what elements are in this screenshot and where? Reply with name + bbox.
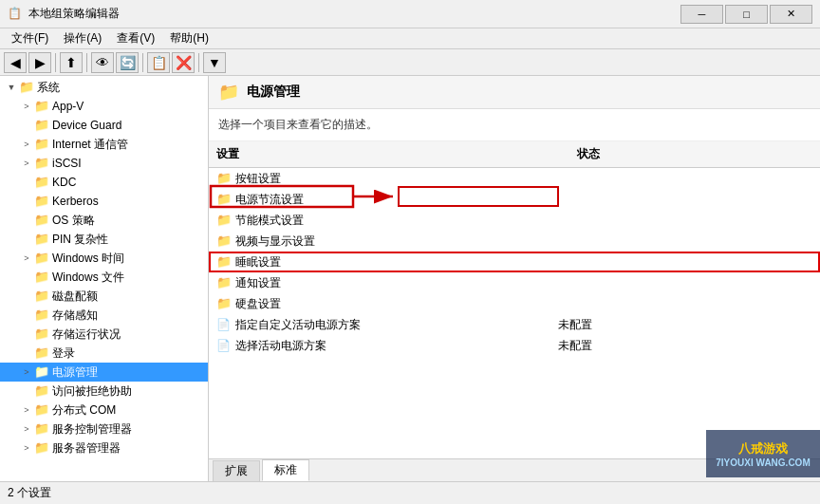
bottom-tabs: 扩展 标准	[209, 458, 820, 481]
tree-item-0[interactable]: ▼ 系统	[0, 78, 208, 97]
right-panel: 📁 电源管理 选择一个项目来查看它的描述。 设置 状态 按钮设置 电源节流设置 …	[209, 76, 820, 481]
list-item-6[interactable]: 硬盘设置	[209, 293, 820, 314]
tree-toggle-4: >	[19, 159, 34, 168]
status-bar: 2 个设置	[0, 481, 820, 504]
properties-button[interactable]: 📋	[147, 52, 170, 73]
tree-label-8: PIN 复杂性	[52, 232, 108, 248]
show-hide-button[interactable]: 👁	[91, 52, 114, 73]
list-item-7[interactable]: 指定自定义活动电源方案 未配置	[209, 314, 820, 335]
tree-label-12: 存储感知	[52, 308, 98, 324]
tree-label-4: iSCSI	[52, 157, 82, 170]
tree-item-13[interactable]: 存储运行状况	[0, 325, 208, 344]
delete-button[interactable]: ❌	[172, 52, 195, 73]
folder-icon-19	[34, 441, 49, 455]
menu-action[interactable]: 操作(A)	[56, 28, 109, 48]
tree-item-10[interactable]: Windows 文件	[0, 268, 208, 287]
tree-item-17[interactable]: > 分布式 COM	[0, 401, 208, 420]
folder-icon-6	[34, 195, 49, 208]
content-area: 设置 状态 按钮设置 电源节流设置 节能模式设置 视频与显示设置 睡眠设置 通知…	[209, 141, 820, 458]
tab-expand[interactable]: 扩展	[213, 460, 260, 481]
tree-item-7[interactable]: OS 策略	[0, 211, 208, 230]
tree-item-12[interactable]: 存储感知	[0, 306, 208, 325]
list-item-4[interactable]: 睡眠设置	[209, 252, 820, 272]
tree-item-9[interactable]: > Windows 时间	[0, 249, 208, 268]
refresh-button[interactable]: 🔄	[116, 52, 139, 73]
item-name-5: 通知设置	[235, 275, 558, 291]
up-button[interactable]: ⬆	[60, 52, 83, 73]
item-icon-2	[216, 214, 232, 227]
tree-item-18[interactable]: > 服务控制管理器	[0, 420, 208, 439]
tree-toggle-1: >	[19, 102, 34, 111]
tree-item-14[interactable]: 登录	[0, 344, 208, 363]
list-item-8[interactable]: 选择活动电源方案 未配置	[209, 335, 820, 356]
item-icon-8	[216, 339, 232, 352]
list-item-2[interactable]: 节能模式设置	[209, 210, 820, 231]
tree-item-19[interactable]: > 服务器管理器	[0, 439, 208, 457]
folder-icon-1	[34, 100, 49, 113]
folder-icon-13	[34, 327, 49, 341]
tree-item-5[interactable]: KDC	[0, 173, 208, 192]
tab-standard[interactable]: 标准	[262, 459, 309, 481]
folder-icon-12	[34, 308, 49, 322]
forward-button[interactable]: ▶	[28, 52, 51, 73]
tree-label-0: 系统	[37, 80, 60, 96]
minimize-button[interactable]: ─	[680, 5, 723, 24]
folder-icon-14	[34, 346, 49, 360]
folder-icon-2	[34, 119, 49, 132]
tree-label-11: 磁盘配额	[52, 289, 98, 305]
maximize-button[interactable]: □	[725, 5, 768, 24]
tree-item-3[interactable]: > Internet 通信管	[0, 135, 208, 154]
tree-label-18: 服务控制管理器	[52, 421, 132, 438]
item-name-1: 电源节流设置	[235, 192, 558, 208]
tree-item-11[interactable]: 磁盘配额	[0, 287, 208, 306]
toolbar-separator-2	[86, 53, 87, 72]
app-icon: 📋	[8, 7, 23, 22]
tree-label-6: Kerberos	[52, 195, 99, 208]
tree-label-13: 存储运行状况	[52, 327, 121, 343]
folder-icon-16	[34, 384, 49, 398]
list-item-1[interactable]: 电源节流设置	[209, 189, 820, 210]
folder-icon-11	[34, 289, 49, 303]
tree-toggle-9: >	[19, 253, 34, 263]
tree-item-16[interactable]: 访问被拒绝协助	[0, 382, 208, 401]
description-area: 选择一个项目来查看它的描述。	[209, 109, 820, 141]
item-icon-4	[216, 255, 232, 269]
folder-icon-4	[34, 157, 49, 170]
item-status-8: 未配置	[558, 338, 812, 354]
folder-icon-17	[34, 403, 49, 417]
folder-header-icon: 📁	[218, 82, 239, 103]
item-name-0: 按钮设置	[235, 171, 558, 187]
tree-item-8[interactable]: PIN 复杂性	[0, 230, 208, 249]
item-name-6: 硬盘设置	[235, 296, 558, 312]
folder-icon-9	[34, 252, 49, 265]
tree-label-16: 访问被拒绝协助	[52, 383, 132, 400]
toolbar: ◀ ▶ ⬆ 👁 🔄 📋 ❌ ▼	[0, 49, 820, 76]
close-button[interactable]: ✕	[770, 5, 812, 24]
tree-label-1: App-V	[52, 100, 84, 113]
folder-icon-0	[19, 81, 34, 94]
list-item-0[interactable]: 按钮设置	[209, 168, 820, 189]
menu-view[interactable]: 查看(V)	[109, 28, 162, 48]
back-button[interactable]: ◀	[4, 52, 27, 73]
tree-label-9: Windows 时间	[52, 251, 124, 267]
menu-bar: 文件(F) 操作(A) 查看(V) 帮助(H)	[0, 28, 820, 49]
right-panel-header: 📁 电源管理	[209, 76, 820, 109]
filter-button[interactable]: ▼	[203, 52, 226, 73]
tree-item-15[interactable]: > 电源管理	[0, 363, 208, 382]
item-icon-6	[216, 297, 232, 310]
list-item-5[interactable]: 通知设置	[209, 272, 820, 293]
item-icon-0	[216, 172, 232, 185]
toolbar-separator-4	[198, 53, 199, 72]
folder-icon-3	[34, 138, 49, 151]
tree-toggle-0: ▼	[4, 83, 19, 92]
tree-item-4[interactable]: > iSCSI	[0, 154, 208, 173]
tree-label-14: 登录	[52, 345, 75, 362]
menu-file[interactable]: 文件(F)	[4, 28, 56, 48]
tree-item-2[interactable]: Device Guard	[0, 116, 208, 135]
tree-item-1[interactable]: > App-V	[0, 97, 208, 116]
tree-item-6[interactable]: Kerberos	[0, 192, 208, 211]
list-item-3[interactable]: 视频与显示设置	[209, 231, 820, 252]
tree-toggle-15: >	[19, 367, 34, 377]
menu-help[interactable]: 帮助(H)	[162, 28, 216, 48]
main-container: ▼ 系统 > App-V Device Guard > Internet 通信管…	[0, 76, 820, 481]
